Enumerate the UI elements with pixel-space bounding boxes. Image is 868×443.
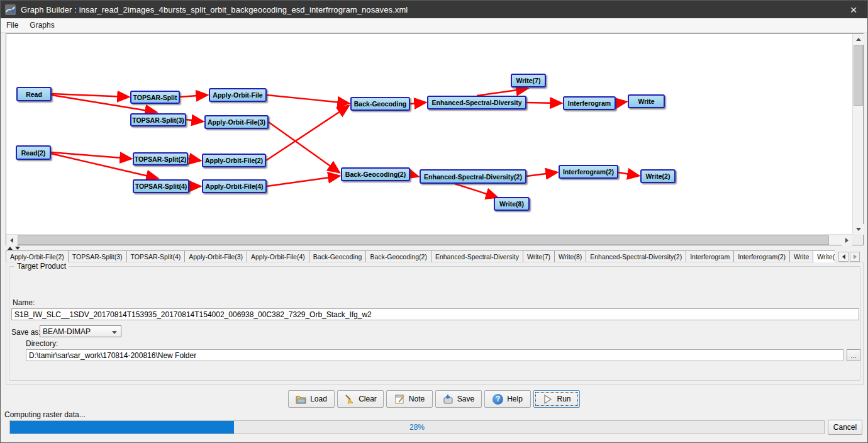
scroll-up-button[interactable]	[853, 34, 864, 45]
close-icon: ×	[850, 4, 857, 16]
graph-node[interactable]: TOPSAR-Split(3)	[130, 113, 186, 126]
graph-node[interactable]: Read(2)	[16, 145, 51, 160]
run-play-icon	[542, 394, 553, 405]
tab-enhanced-spectral-diversity[interactable]: Enhanced-Spectral-Diversity	[431, 250, 523, 262]
tab-enhanced-spectral-diversity-2[interactable]: Enhanced-Spectral-Diversity(2)	[586, 250, 686, 262]
vertical-scroll-thumb[interactable]	[854, 45, 863, 106]
edge	[616, 102, 625, 103]
horizontal-scrollbar[interactable]	[6, 234, 852, 245]
tab-content-panel: Target Product Name: Save as: BEAM-DIMAP…	[6, 262, 864, 385]
directory-input[interactable]	[26, 349, 843, 361]
load-label: Load	[310, 395, 327, 403]
edge	[526, 172, 556, 176]
vertical-scrollbar[interactable]	[852, 34, 863, 235]
graph-edges	[6, 34, 852, 235]
edge	[269, 122, 338, 172]
menu-file[interactable]: File	[1, 19, 24, 31]
graph-node[interactable]: Interferogram(2)	[559, 165, 618, 179]
graph-canvas[interactable]: Read TOPSAR-Split Apply-Orbit-File TOPSA…	[6, 34, 852, 235]
arrow-up-icon	[856, 38, 861, 41]
scroll-right-button[interactable]	[842, 235, 852, 245]
graph-node[interactable]: Read	[16, 87, 52, 101]
ellipsis-icon: ...	[850, 352, 856, 359]
help-button[interactable]: ? Help	[484, 390, 531, 408]
save-label: Save	[457, 395, 474, 403]
graph-builder-window: Graph Builder : insar_read_2images_4burs…	[0, 0, 868, 443]
scroll-down-button[interactable]	[853, 224, 864, 235]
tab-apply-orbit-file-4[interactable]: Apply-Orbit-File(4)	[247, 250, 309, 262]
tab-back-geocoding[interactable]: Back-Geocoding	[309, 250, 366, 262]
arrow-right-icon	[854, 254, 857, 259]
directory-label: Directory:	[26, 339, 58, 348]
target-product-group: Target Product Name: Save as: BEAM-DIMAP…	[9, 266, 860, 381]
graph-node[interactable]: Write(2)	[640, 169, 676, 183]
tab-scroll-right-button[interactable]	[850, 252, 860, 262]
tab-scroll-controls	[838, 252, 860, 262]
tab-write[interactable]: Write	[789, 250, 813, 262]
load-folder-icon	[296, 394, 306, 405]
tab-apply-orbit-file-3[interactable]: Apply-Orbit-File(3)	[184, 250, 247, 262]
save-icon	[443, 394, 453, 405]
name-input[interactable]	[11, 308, 859, 320]
load-button[interactable]: Load	[288, 390, 335, 408]
graph-node[interactable]: Apply-Orbit-File(3)	[204, 115, 269, 129]
status-message: Computing raster data...	[4, 410, 86, 419]
graph-node[interactable]: Write(7)	[511, 74, 546, 87]
horizontal-scroll-thumb[interactable]	[18, 235, 829, 245]
tab-write-7[interactable]: Write(7)	[523, 250, 554, 262]
tab-topsar-split-4[interactable]: TOPSAR-Split(4)	[126, 250, 185, 262]
graph-node[interactable]: Apply-Orbit-File(4)	[202, 179, 267, 193]
tab-write-8[interactable]: Write(8)	[554, 250, 586, 262]
edge	[266, 106, 348, 160]
tab-interferogram-2[interactable]: Interferogram(2)	[733, 250, 789, 262]
progress-percent: 28%	[10, 421, 824, 434]
arrow-down-icon	[856, 228, 861, 231]
browse-button[interactable]: ...	[847, 349, 860, 361]
edge	[477, 89, 526, 96]
splitter-collapse-down-icon[interactable]	[15, 247, 20, 250]
graph-node[interactable]: TOPSAR-Split(2)	[133, 152, 188, 165]
tab-back-geocoding-2[interactable]: Back-Geocoding(2)	[365, 250, 430, 262]
menu-graphs[interactable]: Graphs	[24, 19, 60, 31]
graph-node[interactable]: Write	[628, 94, 665, 108]
graph-node[interactable]: Back-Geocoding	[350, 97, 410, 111]
save-as-value: BEAM-DIMAP	[43, 327, 91, 336]
clear-button[interactable]: Clear	[337, 390, 384, 408]
note-button[interactable]: Note	[386, 390, 433, 408]
close-button[interactable]: ×	[840, 1, 867, 18]
graph-node[interactable]: Enhanced-Spectral-Diversity(2)	[420, 169, 526, 184]
graph-node[interactable]: Write(8)	[494, 197, 530, 211]
edge	[410, 174, 417, 176]
tab-write-2-active[interactable]: Write(2)	[813, 250, 835, 262]
clear-broom-icon	[344, 394, 355, 405]
edge	[186, 120, 202, 121]
save-as-label: Save as:	[11, 328, 41, 337]
tab-topsar-split-3[interactable]: TOPSAR-Split(3)	[68, 250, 126, 262]
graph-node[interactable]: Apply-Orbit-File	[209, 88, 267, 102]
graph-panel: Read TOPSAR-Split Apply-Orbit-File TOPSA…	[6, 33, 864, 245]
save-as-dropdown[interactable]: BEAM-DIMAP	[40, 325, 121, 337]
tab-scroll-left-button[interactable]	[838, 252, 849, 262]
run-button[interactable]: Run	[533, 390, 580, 408]
graph-node[interactable]: TOPSAR-Split(4)	[133, 179, 189, 193]
graph-node[interactable]: Enhanced-Spectral-Diversity	[427, 96, 526, 109]
help-label: Help	[507, 395, 523, 403]
save-button[interactable]: Save	[435, 390, 482, 408]
graph-node[interactable]: Interferogram	[563, 96, 616, 110]
scroll-left-button[interactable]	[6, 235, 17, 245]
window-title: Graph Builder : insar_read_2images_4burs…	[21, 5, 408, 14]
graph-node[interactable]: Apply-Orbit-File(2)	[202, 154, 266, 167]
cancel-button[interactable]: Cancel	[828, 420, 862, 435]
edge	[455, 184, 496, 197]
edge	[618, 172, 638, 176]
tab-apply-orbit-file-2[interactable]: Apply-Orbit-File(2)	[6, 250, 68, 262]
tab-interferogram[interactable]: Interferogram	[686, 250, 733, 262]
graph-node[interactable]: Back-Geocoding(2)	[341, 167, 410, 181]
graph-node[interactable]: TOPSAR-Split	[130, 91, 180, 104]
note-pad-icon	[394, 394, 405, 405]
edge	[51, 152, 130, 159]
name-label: Name:	[13, 298, 35, 307]
note-label: Note	[409, 395, 425, 403]
arrow-left-icon	[10, 238, 13, 243]
splitter-collapse-up-icon[interactable]	[8, 247, 13, 250]
